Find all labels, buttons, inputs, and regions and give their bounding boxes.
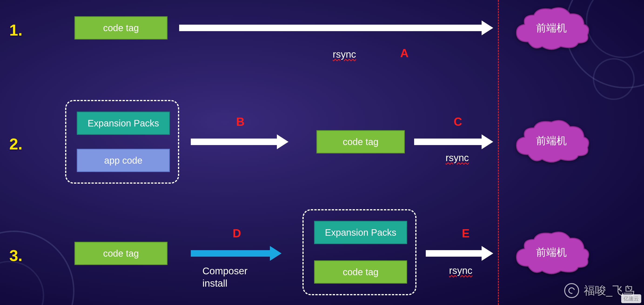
row3-composer-install-label: Composer install	[202, 265, 248, 290]
watermark-logo-icon	[564, 283, 579, 298]
row3-arrow-d	[191, 249, 282, 258]
row1-letter-a: A	[400, 46, 408, 60]
row3-letter-d: D	[233, 227, 241, 240]
row2-code-tag-box: code tag	[316, 130, 405, 153]
row3-frontend-cloud: 前端机	[512, 229, 591, 276]
row3-cloud-label: 前端机	[512, 229, 591, 276]
bg-circle-icon	[0, 261, 44, 305]
step-number-3: 3.	[9, 246, 22, 265]
row2-letter-c: C	[454, 115, 462, 129]
row2-arrow-b	[191, 137, 288, 146]
bg-circle-icon	[0, 231, 74, 305]
row1-cloud-label: 前端机	[512, 5, 591, 51]
step-number-2: 2.	[9, 135, 22, 153]
row1-arrow	[179, 23, 493, 32]
row2-letter-b: B	[236, 115, 244, 129]
row3-letter-e: E	[462, 227, 470, 240]
row2-rsync-label: rsync	[446, 152, 469, 163]
row2-cloud-label: 前端机	[512, 117, 591, 164]
row3-code-tag-box: code tag	[74, 242, 168, 265]
row3-rsync-label: rsync	[449, 265, 472, 276]
row3-inner-code-tag-box: code tag	[314, 260, 407, 284]
row1-rsync-label: rsync	[333, 49, 356, 60]
row2-app-code-box: app code	[77, 149, 170, 172]
row1-code-tag-box: code tag	[74, 16, 168, 39]
bg-circle-icon	[593, 58, 635, 100]
row1-frontend-cloud: 前端机	[512, 5, 591, 51]
bg-circle-icon	[586, 0, 644, 58]
row2-arrow-c	[414, 137, 493, 146]
row3-arrow-e	[426, 249, 493, 258]
row2-expansion-packs-box: Expansion Packs	[77, 112, 170, 135]
corner-badge: 亿速云	[621, 294, 641, 303]
step-number-1: 1.	[9, 21, 22, 39]
row3-expansion-packs-box: Expansion Packs	[314, 221, 407, 244]
boundary-divider	[498, 0, 499, 305]
row2-frontend-cloud: 前端机	[512, 117, 591, 164]
